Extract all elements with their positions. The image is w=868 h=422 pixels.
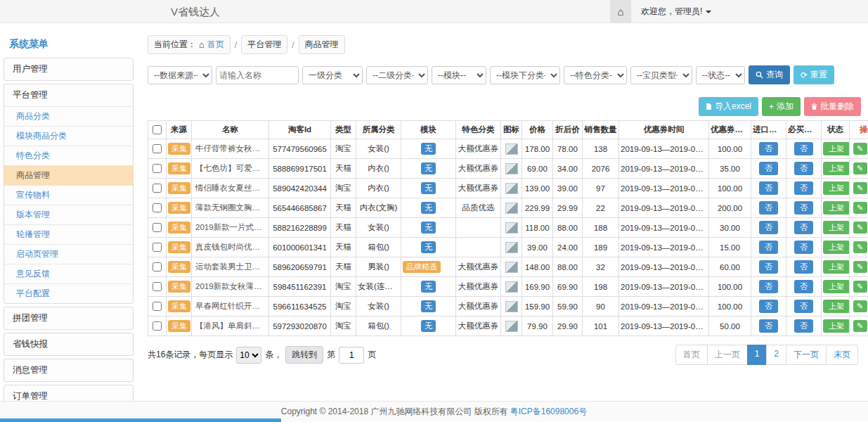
row-checkbox[interactable] [153, 184, 162, 193]
status-toggle[interactable]: 上架 [823, 241, 850, 254]
edit-button[interactable]: ✎ [853, 281, 867, 293]
import-select-toggle[interactable]: 否 [759, 181, 778, 195]
edit-button[interactable]: ✎ [853, 320, 867, 332]
must-buy-cell: 否 [786, 297, 822, 316]
filter-status[interactable]: --状态-- [696, 66, 745, 84]
page-number-input[interactable] [339, 347, 364, 364]
page-button[interactable]: 2 [766, 345, 786, 365]
import-select-toggle[interactable]: 否 [759, 241, 778, 254]
home-button[interactable]: ⌂ [610, 0, 631, 23]
status-toggle[interactable]: 上架 [823, 142, 850, 155]
status-toggle[interactable]: 上架 [823, 319, 850, 333]
must-buy-toggle[interactable]: 否 [794, 181, 813, 195]
row-checkbox[interactable] [153, 302, 162, 311]
status-toggle[interactable]: 上架 [823, 162, 850, 175]
add-button[interactable]: + 添加 [762, 97, 801, 116]
jump-button[interactable]: 跳转到 [285, 346, 323, 364]
status-toggle[interactable]: 上架 [823, 260, 850, 274]
batch-delete-button[interactable]: 批量删除 [804, 97, 861, 116]
status-toggle[interactable]: 上架 [823, 181, 850, 195]
sidebar-subitem[interactable]: 意见反馈 [4, 264, 133, 283]
edit-button[interactable]: ✎ [853, 143, 867, 155]
reset-button[interactable]: ⟳ 重置 [793, 65, 834, 84]
row-checkbox[interactable] [153, 321, 162, 331]
sidebar-subitem[interactable]: 轮播管理 [4, 224, 133, 244]
edit-button[interactable]: ✎ [853, 222, 867, 234]
import-select-toggle[interactable]: 否 [759, 260, 778, 274]
edit-button[interactable]: ✎ [853, 182, 867, 194]
row-checkbox[interactable] [153, 144, 162, 153]
row-checkbox[interactable] [153, 203, 162, 212]
breadcrumb-platform[interactable]: 平台管理 [241, 35, 287, 54]
row-checkbox[interactable] [153, 282, 162, 291]
filter-first-category[interactable]: 一级分类 [302, 66, 363, 84]
import-select-toggle[interactable]: 否 [759, 319, 778, 333]
horizontal-scrollbar[interactable] [0, 418, 281, 422]
select-all-checkbox[interactable] [153, 125, 162, 134]
status-toggle[interactable]: 上架 [823, 300, 850, 313]
breadcrumb-home-link[interactable]: 首页 [207, 39, 224, 51]
search-button[interactable]: 查询 [749, 65, 790, 84]
sidebar-item[interactable]: 平台管理 [4, 84, 133, 106]
import-excel-button[interactable]: 导入excel [699, 97, 758, 116]
page-button[interactable]: 上一页 [707, 345, 748, 365]
sidebar-subitem[interactable]: 平台配置 [4, 283, 133, 303]
must-buy-toggle[interactable]: 否 [794, 201, 813, 215]
must-buy-toggle[interactable]: 否 [794, 162, 813, 175]
user-menu[interactable]: 欢迎您，管理员! [641, 6, 711, 18]
edit-button[interactable]: ✎ [853, 241, 867, 253]
sidebar-subitem[interactable]: 版本管理 [4, 205, 133, 224]
status-toggle[interactable]: 上架 [823, 280, 850, 293]
row-checkbox[interactable] [153, 243, 162, 252]
must-buy-toggle[interactable]: 否 [794, 221, 813, 234]
must-buy-toggle[interactable]: 否 [794, 260, 813, 274]
import-select-toggle[interactable]: 否 [759, 221, 778, 234]
sidebar-item[interactable]: 省钱快报 [4, 333, 133, 355]
filter-module-sub-category[interactable]: --模块下分类-- [490, 66, 560, 84]
sidebar-subitem[interactable]: 启动页管理 [4, 244, 133, 264]
sidebar-subitem[interactable]: 宣传物料 [4, 185, 133, 205]
row-checkbox[interactable] [153, 164, 162, 173]
row-checkbox[interactable] [153, 223, 162, 232]
must-buy-toggle[interactable]: 否 [794, 319, 813, 333]
sidebar-item[interactable]: 用户管理 [4, 58, 133, 80]
edit-button[interactable]: ✎ [853, 300, 867, 312]
must-buy-toggle[interactable]: 否 [794, 300, 813, 313]
name-search-input[interactable] [216, 66, 299, 84]
must-buy-toggle[interactable]: 否 [794, 241, 813, 254]
filter-data-source[interactable]: --数据来源-- [148, 66, 212, 84]
filter-item-type[interactable]: --宝贝类型-- [630, 66, 692, 84]
edit-button[interactable]: ✎ [853, 162, 867, 174]
row-checkbox[interactable] [153, 262, 162, 271]
filter-feature-category[interactable]: --特色分类-- [564, 66, 627, 84]
product-name: 2019新款一片式乳… [192, 218, 269, 238]
sidebar-subitem[interactable]: 特色分类 [4, 146, 133, 165]
page-button[interactable]: 首页 [675, 345, 708, 365]
must-buy-toggle[interactable]: 否 [794, 280, 813, 293]
page-size-select[interactable]: 10 [236, 347, 261, 364]
sidebar-subitem[interactable]: 商品分类 [4, 106, 133, 126]
import-select-toggle[interactable]: 否 [759, 280, 778, 293]
sidebar-subitem[interactable]: 商品管理 [4, 165, 133, 185]
filter-second-category[interactable]: --二级分类-- [366, 66, 428, 84]
page-button[interactable]: 末页 [826, 345, 858, 365]
status-toggle[interactable]: 上架 [823, 221, 850, 234]
sidebar-item[interactable]: 拼团管理 [4, 307, 133, 329]
import-select-toggle[interactable]: 否 [759, 142, 778, 155]
import-select-toggle[interactable]: 否 [759, 201, 778, 215]
sidebar-group: 平台管理商品分类模块商品分类特色分类商品管理宣传物料版本管理轮播管理启动页管理意… [4, 84, 134, 304]
status-toggle[interactable]: 上架 [823, 201, 850, 215]
edit-button[interactable]: ✎ [853, 261, 867, 273]
import-select-toggle[interactable]: 否 [759, 162, 778, 175]
filter-module[interactable]: --模块-- [432, 66, 486, 84]
must-buy-toggle[interactable]: 否 [794, 142, 813, 155]
breadcrumb-goods[interactable]: 商品管理 [299, 35, 345, 54]
import-select-toggle[interactable]: 否 [759, 300, 778, 313]
sidebar-item[interactable]: 订单管理 [4, 385, 133, 401]
edit-button[interactable]: ✎ [853, 202, 867, 214]
sidebar-subitem[interactable]: 模块商品分类 [4, 126, 133, 146]
page-button[interactable]: 下一页 [786, 345, 827, 365]
page-button[interactable]: 1 [747, 345, 767, 365]
icp-link[interactable]: 粤ICP备16098006号 [510, 406, 587, 418]
sidebar-item[interactable]: 消息管理 [4, 359, 133, 381]
